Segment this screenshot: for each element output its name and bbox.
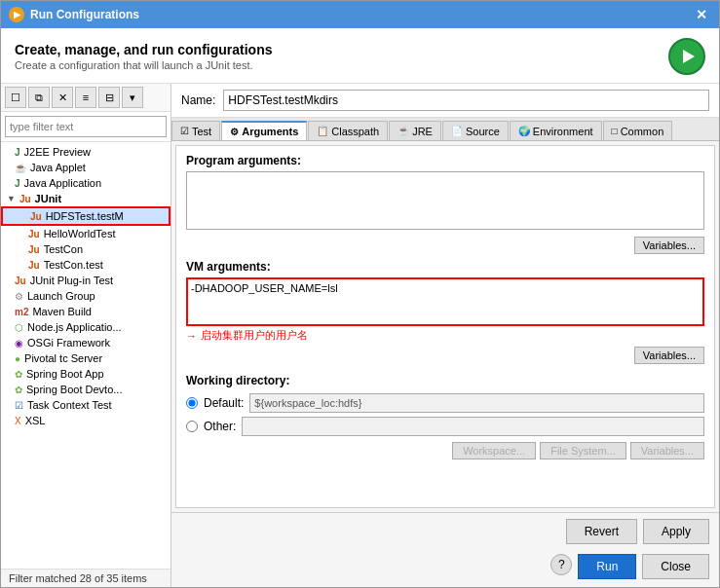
tree-item-label: OSGi Framework	[27, 337, 110, 349]
workspace-button[interactable]: Workspace...	[452, 442, 536, 459]
tabs-bar: ☑ Test ⚙ Arguments 📋 Classpath ☕ JRE 📄	[171, 118, 719, 141]
apply-button[interactable]: Apply	[643, 519, 709, 544]
vm-args-note: 启动集群用户的用户名	[201, 328, 308, 343]
filter-button[interactable]: ≡	[75, 87, 96, 108]
tree-item-j2ee[interactable]: J J2EE Preview	[1, 144, 171, 160]
tree-item-testcon-test[interactable]: Ju TestCon.test	[1, 257, 171, 273]
tab-classpath[interactable]: 📋 Classpath	[308, 121, 388, 140]
source-tab-icon: 📄	[451, 126, 463, 136]
tree-item-spring-boot[interactable]: ✿ Spring Boot App	[1, 366, 171, 382]
junit-icon: Ju	[28, 244, 40, 255]
program-args-label: Program arguments:	[186, 154, 704, 167]
search-input[interactable]	[5, 116, 167, 137]
help-icon[interactable]: ?	[550, 554, 572, 575]
tree-item-label: Java Application	[24, 177, 102, 189]
revert-button[interactable]: Revert	[566, 519, 637, 544]
tab-arguments[interactable]: ⚙ Arguments	[221, 121, 307, 140]
tree-item-nodejs[interactable]: ⬡ Node.js Applicatio...	[1, 319, 171, 335]
tab-environment[interactable]: 🌍 Environment	[510, 121, 602, 140]
tree-item-launch-group[interactable]: ⚙ Launch Group	[1, 288, 171, 304]
tab-jre[interactable]: ☕ JRE	[389, 121, 441, 140]
config-tree[interactable]: J J2EE Preview ☕ Java Applet J Java Appl…	[1, 142, 171, 569]
new-config-button[interactable]: ☐	[5, 87, 26, 108]
env-tab-icon: 🌍	[518, 126, 530, 136]
arguments-content: Program arguments: Variables... VM argum…	[175, 145, 715, 508]
tree-item-label: Spring Boot App	[26, 368, 104, 380]
junit-icon: Ju	[28, 229, 40, 239]
tree-item-label: Spring Boot Devto...	[26, 384, 122, 395]
tree-item-java-applet[interactable]: ☕ Java Applet	[1, 160, 171, 175]
radio-group: Default: Other:	[186, 393, 704, 436]
dialog-icon: ▶	[9, 7, 24, 22]
header-subtitle: Create a configuration that will launch …	[15, 59, 273, 71]
junit-group-icon: Ju	[19, 194, 31, 204]
tree-item-junit-plugin[interactable]: Ju JUnit Plug-in Test	[1, 273, 171, 288]
task-icon: ☑	[15, 400, 23, 411]
tree-group-junit[interactable]: ▼ Ju JUnit	[1, 191, 171, 206]
title-bar: ▶ Run Configurations ✕	[1, 1, 719, 28]
common-tab-icon: □	[612, 126, 618, 136]
tree-item-label: TestCon.test	[44, 259, 103, 271]
dialog-title: Run Configurations	[30, 8, 139, 21]
duplicate-button[interactable]: ⧉	[28, 87, 50, 108]
spring-devto-icon: ✿	[15, 385, 22, 395]
vm-variables-button[interactable]: Variables...	[634, 347, 704, 364]
tree-item-label: Pivotal tc Server	[24, 352, 102, 364]
tree-item-label: HelloWorldTest	[44, 228, 116, 239]
node-icon: ⬡	[15, 322, 23, 333]
tree-item-maven[interactable]: m2 Maven Build	[1, 304, 171, 319]
config-name-input[interactable]	[223, 90, 709, 111]
tree-item-label: Launch Group	[27, 290, 95, 302]
collapse-all-button[interactable]: ⊟	[98, 87, 120, 108]
other-dir-input[interactable]	[242, 417, 704, 436]
program-args-textarea[interactable]	[186, 171, 704, 230]
working-dir-label: Working directory:	[186, 374, 704, 387]
maven-icon: m2	[15, 307, 28, 317]
tree-item-osgi[interactable]: ◉ OSGi Framework	[1, 335, 171, 350]
other-radio[interactable]	[186, 421, 198, 432]
main-content: ☐ ⧉ ✕ ≡ ⊟ ▾ J J2EE Preview ☕ Java Applet	[1, 84, 719, 587]
left-panel: ☐ ⧉ ✕ ≡ ⊟ ▾ J J2EE Preview ☕ Java Applet	[1, 84, 171, 587]
vm-args-input[interactable]: -DHADOOP_USER_NAME=lsl	[186, 277, 704, 326]
delete-button[interactable]: ✕	[52, 87, 73, 108]
tab-source[interactable]: 📄 Source	[442, 121, 509, 140]
default-dir-input[interactable]	[249, 393, 704, 413]
left-toolbar: ☐ ⧉ ✕ ≡ ⊟ ▾	[1, 84, 171, 112]
default-radio[interactable]	[186, 397, 198, 409]
dialog-close-button[interactable]: Close	[642, 554, 709, 579]
tree-item-xsl[interactable]: X XSL	[1, 413, 171, 428]
filesystem-button[interactable]: File System...	[540, 442, 626, 459]
right-panel: Name: ☑ Test ⚙ Arguments 📋 Classpath	[171, 84, 719, 587]
tab-test[interactable]: ☑ Test	[171, 121, 220, 140]
osgi-icon: ◉	[15, 338, 23, 349]
program-variables-button[interactable]: Variables...	[634, 237, 704, 254]
tree-item-label: JUnit Plug-in Test	[30, 275, 113, 286]
run-configurations-dialog: ▶ Run Configurations ✕ Create, manage, a…	[0, 0, 720, 588]
more-button[interactable]: ▾	[122, 87, 143, 108]
other-radio-row: Other:	[186, 417, 704, 436]
default-label: Default:	[204, 396, 244, 410]
name-row: Name:	[171, 84, 719, 118]
close-window-button[interactable]: ✕	[692, 7, 711, 22]
tree-item-label: TestCon	[44, 243, 83, 255]
jre-tab-icon: ☕	[398, 126, 409, 136]
tab-common[interactable]: □ Common	[603, 121, 673, 140]
spring-icon: ✿	[15, 369, 22, 380]
run-button[interactable]: Run	[578, 554, 636, 579]
junit-icon: Ju	[28, 260, 40, 271]
arguments-tab-icon: ⚙	[230, 127, 239, 137]
junit-plugin-icon: Ju	[15, 276, 26, 286]
tree-item-helloworld[interactable]: Ju HelloWorldTest	[1, 226, 171, 241]
tree-item-testcon[interactable]: Ju TestCon	[1, 241, 171, 257]
tree-item-spring-devto[interactable]: ✿ Spring Boot Devto...	[1, 382, 171, 397]
run-top-button[interactable]	[668, 38, 705, 75]
dir-buttons: Workspace... File System... Variables...	[186, 442, 704, 459]
filter-status: Filter matched 28 of 35 items	[1, 569, 171, 587]
tree-item-pivotal[interactable]: ● Pivotal tc Server	[1, 350, 171, 366]
tree-item-java-app[interactable]: J Java Application	[1, 175, 171, 191]
tree-item-label: Node.js Applicatio...	[27, 321, 122, 333]
tree-item-task-context[interactable]: ☑ Task Context Test	[1, 397, 171, 413]
default-radio-row: Default:	[186, 393, 704, 413]
tree-item-hdfstest[interactable]: Ju HDFSTest.testM	[1, 206, 171, 226]
dir-variables-button[interactable]: Variables...	[630, 442, 704, 459]
